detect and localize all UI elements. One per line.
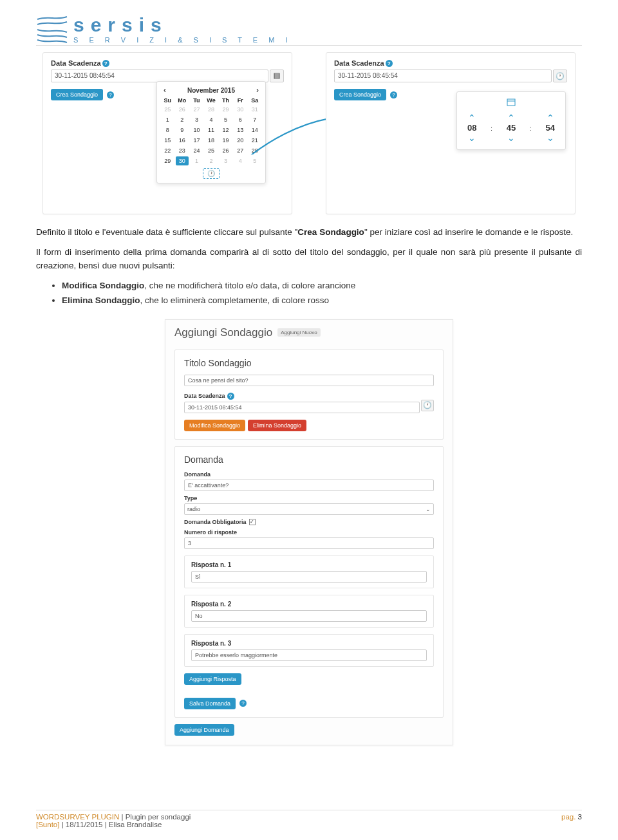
dp-day[interactable]: 21: [248, 136, 261, 145]
add-response-button[interactable]: Aggiungi Risposta: [184, 673, 241, 685]
survey-title-input[interactable]: Cosa ne pensi del sito?: [184, 375, 434, 386]
footer-desc: Plugin per sondaggi: [126, 813, 191, 821]
s3-question-block: Domanda Domanda E' accattivante? Type ra…: [174, 446, 444, 718]
response-input[interactable]: Potrebbe esserlo maggiormente: [191, 649, 427, 661]
dp-day[interactable]: 2: [205, 156, 218, 165]
help-icon[interactable]: ?: [227, 393, 234, 400]
dp-prev-icon[interactable]: ‹: [164, 86, 166, 95]
dp-day[interactable]: 15: [161, 136, 174, 145]
dp-day[interactable]: 5: [219, 115, 232, 124]
dp-day[interactable]: 1: [190, 156, 203, 165]
add-question-button[interactable]: Aggiungi Domanda: [174, 724, 234, 736]
response-input[interactable]: No: [191, 610, 427, 622]
minute-value[interactable]: 45: [501, 123, 521, 133]
date-input-2[interactable]: 30-11-2015 08:45:54: [334, 70, 552, 82]
datepicker-popup: ‹ November 2015 › Su Mo Tu We Th Fr Sa 2…: [156, 81, 266, 183]
dp-day[interactable]: 27: [190, 105, 203, 114]
help-icon[interactable]: ?: [390, 91, 397, 98]
dp-day[interactable]: 27: [234, 146, 247, 155]
dp-day[interactable]: 8: [161, 126, 174, 135]
datepicker-panel: Data Scadenza ? 30-11-2015 08:45:54 Crea…: [42, 52, 292, 214]
dp-dow: Sa: [248, 97, 261, 104]
hour-value[interactable]: 08: [462, 123, 482, 133]
dp-day[interactable]: 7: [248, 115, 261, 124]
help-icon[interactable]: ?: [386, 60, 393, 67]
mandatory-label: Domanda Obbligatoria: [184, 519, 247, 525]
numresp-input[interactable]: 3: [184, 537, 434, 549]
dp-day[interactable]: 30: [234, 105, 247, 114]
s3-date-input[interactable]: 30-11-2015 08:45:54: [184, 402, 420, 413]
dp-day[interactable]: 28: [205, 105, 218, 114]
dp-day[interactable]: 6: [234, 115, 247, 124]
clock-icon[interactable]: 🕐: [553, 70, 567, 82]
dp-day[interactable]: 28: [248, 146, 261, 155]
page-label: pag.: [561, 813, 576, 821]
dp-day[interactable]: 4: [205, 115, 218, 124]
dp-day[interactable]: 25: [205, 146, 218, 155]
dp-day[interactable]: 20: [234, 136, 247, 145]
calendar-icon[interactable]: [270, 70, 284, 82]
dp-day[interactable]: 3: [190, 115, 203, 124]
second-down-icon[interactable]: ⌄: [541, 133, 560, 143]
help-icon[interactable]: ?: [107, 91, 114, 98]
dp-day[interactable]: 12: [219, 126, 232, 135]
dp-day[interactable]: 14: [248, 126, 261, 135]
modify-survey-button[interactable]: Modifica Sondaggio: [184, 420, 245, 431]
date-input-1[interactable]: 30-11-2015 08:45:54: [51, 70, 268, 82]
dp-month[interactable]: November 2015: [187, 87, 235, 94]
dp-day[interactable]: 29: [161, 156, 174, 165]
save-question-button[interactable]: Salva Domanda: [184, 698, 236, 709]
dp-day[interactable]: 3: [219, 156, 232, 165]
help-icon[interactable]: ?: [102, 60, 109, 67]
dp-day[interactable]: 4: [234, 156, 247, 165]
second-up-icon[interactable]: ⌃: [541, 113, 560, 123]
minute-up-icon[interactable]: ⌃: [501, 113, 521, 123]
dp-day[interactable]: 26: [219, 146, 232, 155]
question-input[interactable]: E' accattivante?: [184, 480, 434, 491]
hour-up-icon[interactable]: ⌃: [462, 113, 482, 123]
question-label: Domanda: [184, 471, 434, 478]
type-select[interactable]: radio ⌄: [184, 503, 434, 515]
tp-calendar-button[interactable]: [462, 98, 560, 106]
dp-day[interactable]: 31: [248, 105, 261, 114]
mandatory-checkbox[interactable]: ✓: [249, 519, 256, 525]
logo-word: sersis: [73, 15, 292, 35]
dp-day[interactable]: 2: [176, 115, 189, 124]
dp-day[interactable]: 1: [161, 115, 174, 124]
dp-day[interactable]: 25: [161, 105, 174, 114]
dp-day[interactable]: 9: [176, 126, 189, 135]
dp-day[interactable]: 22: [161, 146, 174, 155]
dp-day-selected[interactable]: 30: [176, 156, 189, 165]
second-value[interactable]: 54: [541, 123, 560, 133]
dp-time-button[interactable]: 🕐: [203, 168, 220, 179]
dp-day[interactable]: 11: [205, 126, 218, 135]
hour-down-icon[interactable]: ⌄: [462, 133, 482, 143]
create-survey-button-2[interactable]: Crea Sondaggio: [334, 89, 386, 100]
s3-heading-question: Domanda: [184, 454, 434, 465]
dp-day[interactable]: 16: [176, 136, 189, 145]
dp-day[interactable]: 26: [176, 105, 189, 114]
dp-day[interactable]: 5: [248, 156, 261, 165]
minute-down-icon[interactable]: ⌄: [501, 133, 521, 143]
dp-day[interactable]: 19: [219, 136, 232, 145]
help-icon[interactable]: ?: [239, 700, 247, 707]
page-footer: WORDSURVEY PLUGIN | Plugin per sondaggi …: [36, 810, 582, 828]
delete-survey-button[interactable]: Elimina Sondaggio: [248, 420, 306, 431]
add-new-button[interactable]: Aggiungi Nuovo: [277, 328, 320, 337]
dp-next-icon[interactable]: ›: [256, 86, 259, 95]
dp-day[interactable]: 23: [176, 146, 189, 155]
clock-icon[interactable]: 🕐: [421, 400, 434, 411]
s3-title-block: Titolo Sondaggio Cosa ne pensi del sito?…: [174, 350, 444, 440]
dp-day[interactable]: 18: [205, 136, 218, 145]
dp-dow: We: [205, 97, 218, 104]
dp-day[interactable]: 24: [190, 146, 203, 155]
response-input[interactable]: Sì: [191, 571, 427, 583]
dp-day[interactable]: 10: [190, 126, 203, 135]
dp-day[interactable]: 17: [190, 136, 203, 145]
svg-rect-5: [507, 99, 515, 106]
create-survey-button-1[interactable]: Crea Sondaggio: [51, 89, 103, 100]
bullet-2: Elimina Sondaggio, che lo eliminerà comp…: [62, 294, 582, 308]
dp-dow: Fr: [234, 97, 247, 104]
dp-day[interactable]: 13: [234, 126, 247, 135]
dp-day[interactable]: 29: [219, 105, 232, 114]
